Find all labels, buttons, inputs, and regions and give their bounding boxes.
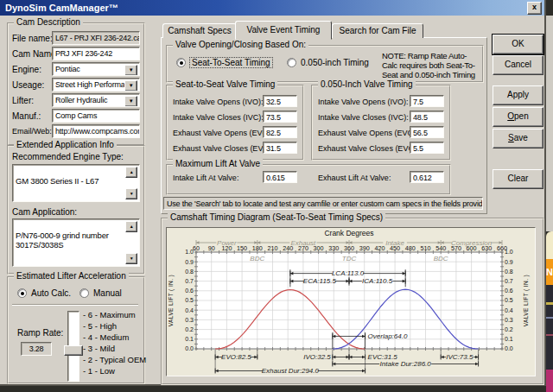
svg-text:0.9: 0.9: [505, 259, 513, 265]
ramp-rate-value: 3.28: [21, 342, 52, 356]
svg-text:Exhaust Dur:294.0: Exhaust Dur:294.0: [262, 367, 320, 375]
svg-text:0.9: 0.9: [185, 259, 194, 265]
svg-text:510: 510: [421, 244, 431, 252]
manuf-field[interactable]: Comp Cams: [52, 109, 140, 123]
svg-text:210: 210: [268, 244, 278, 252]
window-title: DynoSim CamManager™: [5, 3, 118, 13]
ivc-label: Intake Valve Closes (IVC):: [173, 113, 264, 122]
ivo-field[interactable]: 32.5: [263, 95, 297, 107]
group-title: Cam Description: [14, 17, 83, 27]
svg-text:Compression: Compression: [451, 239, 493, 247]
svg-text:ECA:115.5: ECA:115.5: [303, 277, 337, 285]
valve-basis-group: Valve Opening/Closing Based On: Seat-To-…: [166, 45, 484, 83]
camshaft-timing-chart: Crank Degrees609012015018021024027030033…: [166, 227, 536, 376]
svg-text:0.8: 0.8: [505, 269, 513, 275]
save-button[interactable]: Save: [493, 129, 543, 149]
slider-label-3: - 3 - Mild: [83, 344, 115, 353]
intake-lift-field[interactable]: 0.615: [263, 171, 297, 183]
chevron-down-icon[interactable]: ▼: [124, 80, 137, 92]
seat-to-seat-radio-label[interactable]: Seat-To-Seat Timing: [190, 58, 272, 67]
svg-text:EVO:82.5: EVO:82.5: [221, 353, 251, 361]
svg-text:150: 150: [237, 244, 247, 252]
svg-text:0.4: 0.4: [185, 307, 194, 313]
svg-text:Exhaust: Exhaust: [290, 239, 316, 247]
file-name-label: File name:: [12, 34, 53, 43]
evo-050-label: Exhaust Valve Opens (EVO):: [318, 129, 418, 137]
svg-text:480: 480: [405, 244, 416, 252]
dynosim-cammanager-window: DynoSim CamManager™ x Cam Description Fi…: [0, 0, 546, 386]
ivc-050-field[interactable]: 48.5: [410, 111, 444, 123]
ivo-050-field[interactable]: 7.5: [410, 95, 444, 107]
auto-calc-radio[interactable]: [17, 288, 27, 298]
cam-application-label: Cam Application:: [12, 207, 77, 217]
exhaust-lift-label: Exhaust Lift At Valve:: [318, 174, 391, 182]
svg-text:0.0: 0.0: [505, 345, 513, 351]
scroll-down-icon[interactable]: ▼: [125, 188, 137, 199]
svg-text:Overlap:64.0: Overlap:64.0: [368, 332, 408, 340]
email-web-field[interactable]: http://www.compcams.com: [52, 124, 140, 138]
extended-application-info-group: Extended Application Info Recommended En…: [7, 145, 145, 275]
ivc-050-label: Intake Valve Closes (IVC):: [318, 113, 409, 122]
svg-text:VALVE LIFT ( IN. ): VALVE LIFT ( IN. ): [168, 275, 175, 326]
evo-050-field[interactable]: 56.5: [410, 126, 444, 138]
svg-text:0.6: 0.6: [185, 288, 194, 294]
evc-field[interactable]: 31.5: [263, 142, 297, 154]
svg-text:0.7: 0.7: [185, 278, 194, 284]
svg-text:Intake Dur:286.0: Intake Dur:286.0: [380, 360, 432, 368]
scroll-up-icon[interactable]: ▲: [125, 221, 137, 232]
recommended-engine-type-label: Recommended Engine Type:: [12, 152, 124, 161]
svg-text:0.2: 0.2: [185, 326, 194, 332]
close-icon[interactable]: x: [527, 2, 542, 15]
ivo-label: Intake Valve Opens (IVO):: [173, 98, 263, 106]
evo-field[interactable]: 82.5: [263, 126, 297, 138]
ramp-rate-slider-thumb[interactable]: [64, 345, 83, 356]
search-hint-text: Use the 'Search' tab to locate and test …: [163, 197, 483, 210]
seat-to-seat-radio[interactable]: [176, 58, 186, 67]
cam-name-field[interactable]: PRJ XFI 236-242: [52, 47, 140, 60]
svg-text:90: 90: [208, 244, 215, 252]
tab-camshaft-specs[interactable]: Camshaft Specs: [162, 23, 237, 38]
chevron-down-icon[interactable]: ▼: [124, 65, 137, 76]
engine-combo[interactable]: Pontiac▼: [52, 62, 140, 76]
cam-application-textarea[interactable]: P/N76-000-9 grind number 3017S/3038S ▲ ▼: [12, 218, 140, 267]
manual-radio[interactable]: [79, 288, 89, 298]
group-title: Extended Application Info: [14, 140, 117, 149]
group-title: Seat-to-Seat Valve Timing: [173, 79, 277, 89]
svg-text:BDC: BDC: [434, 255, 448, 262]
clear-button[interactable]: Clear: [493, 169, 543, 189]
inch050-radio-label[interactable]: 0.050-inch Timing: [301, 58, 369, 67]
svg-text:330: 330: [328, 244, 339, 252]
manuf-label: Manuf.:: [12, 111, 41, 121]
ramp-rate-label: Ramp Rate:: [17, 328, 63, 338]
maximum-lift-group: Maximum Lift At Valve Intake Lift At Val…: [166, 164, 451, 195]
group-title: 0.050-Inch Valve Timing: [318, 79, 416, 89]
cancel-button[interactable]: Cancel: [493, 55, 543, 75]
apply-button[interactable]: Apply: [493, 85, 543, 105]
svg-text:0.4: 0.4: [505, 307, 513, 313]
inch050-radio[interactable]: [287, 58, 296, 67]
scroll-up-icon[interactable]: ▲: [125, 167, 137, 178]
evc-050-field[interactable]: 5.5: [410, 142, 444, 154]
lifter-combo[interactable]: Roller Hydraulic▼: [52, 93, 140, 107]
lifter-label: Lifter:: [12, 96, 34, 105]
recommended-engine-type-textarea[interactable]: GM 3800 Series II - L67 ▲ ▼: [12, 164, 140, 202]
group-title: Estimated Lifter Acceleration: [14, 271, 129, 281]
email-web-label: Email/Web:: [12, 127, 52, 136]
svg-text:IVO:32.5: IVO:32.5: [303, 353, 331, 361]
auto-calc-label: Auto Calc.: [31, 288, 71, 298]
cam-description-group: Cam Description File name: L67 - PRJ XFI…: [7, 22, 145, 146]
exhaust-lift-field[interactable]: 0.612: [410, 171, 444, 183]
svg-text:1.0: 1.0: [185, 249, 194, 255]
chevron-down-icon[interactable]: ▼: [124, 96, 137, 107]
tab-valve-event-timing[interactable]: Valve Event Timing: [235, 21, 332, 40]
scroll-down-icon[interactable]: ▼: [125, 253, 137, 264]
open-button[interactable]: Open: [493, 107, 543, 127]
evc-label: Exhaust Valve Closes (EVC):: [173, 144, 273, 153]
ivc-field[interactable]: 73.5: [263, 111, 297, 123]
title-bar[interactable]: DynoSim CamManager™ x: [0, 0, 544, 16]
background-letter: N: [546, 267, 553, 277]
tab-search-for-cam-file[interactable]: Search for Cam File: [332, 23, 423, 38]
group-title: Valve Opening/Closing Based On:: [173, 40, 308, 49]
useage-combo[interactable]: Street High Performance▼: [52, 78, 140, 92]
ok-button[interactable]: OK: [493, 35, 543, 54]
